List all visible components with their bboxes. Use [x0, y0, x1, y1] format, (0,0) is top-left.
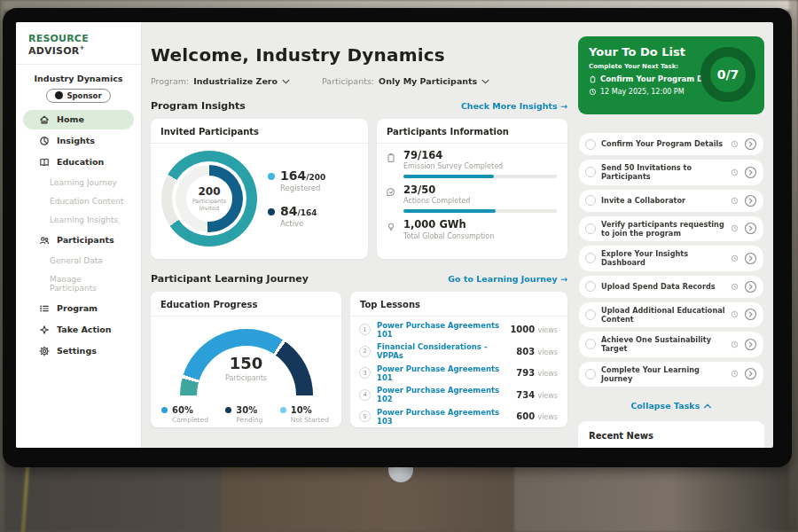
insights-card-row: Invited Participants 200 Participants In…	[151, 119, 578, 259]
gear-icon	[39, 346, 50, 356]
sidebar-item-participants[interactable]: Participants	[23, 231, 134, 250]
views-suffix: views	[537, 348, 558, 356]
task-row-upload-educational-content[interactable]: Upload Additional Educational Content	[578, 301, 764, 329]
sidebar-item-label: Insights	[57, 136, 95, 145]
task-checkbox[interactable]	[585, 369, 596, 379]
todo-due-label: 12 May 2025, 12:00 PM	[600, 88, 685, 96]
sidebar-item-label: General Data	[50, 256, 103, 265]
card-title: Invited Participants	[151, 119, 368, 144]
task-label: Invite a Collaborator	[601, 196, 725, 205]
task-checkbox[interactable]	[585, 253, 596, 263]
task-row-confirm-program[interactable]: Confirm Your Program Details	[578, 132, 764, 156]
sidebar-item-settings[interactable]: Settings	[23, 341, 134, 361]
legend-registered: 164/200 Registered	[268, 169, 325, 192]
task-checkbox[interactable]	[585, 339, 596, 349]
task-row-complete-learning-journey[interactable]: Complete Your Learning Journey	[578, 361, 764, 388]
sidebar-item-label: Take Action	[57, 325, 112, 334]
chevron-right-icon[interactable]	[744, 280, 757, 293]
legend-label: Active	[280, 219, 317, 228]
program-dropdown[interactable]: Program: Industrialize Zero	[151, 76, 290, 86]
lesson-link[interactable]: Power Purchase Agreements 102	[377, 386, 510, 403]
info-row-consumption: 1,000 GWh Total Global Consumption	[377, 213, 567, 239]
sidebar-item-general-data[interactable]: General Data	[23, 252, 134, 270]
sidebar-item-home[interactable]: Home	[23, 110, 134, 129]
clock-icon	[731, 340, 739, 348]
sidebar-item-manage-participants[interactable]: Manage Participants	[23, 270, 134, 297]
task-label: Complete Your Learning Journey	[601, 365, 725, 384]
task-row-upload-spend-data[interactable]: Upload Spend Data Records	[578, 275, 764, 299]
go-to-learning-journey-link[interactable]: Go to Learning Journey →	[448, 274, 567, 284]
sponsor-label: Sponsor	[66, 91, 101, 100]
info-value: 79/164	[403, 150, 557, 161]
chevron-down-icon	[282, 79, 290, 84]
recent-news-title: Recent News	[589, 431, 653, 441]
gauge-center-label: Participants	[180, 374, 313, 382]
chevron-right-icon[interactable]	[744, 338, 757, 351]
task-row-send-invitations[interactable]: Send 50 Invitations to Participants	[578, 159, 764, 186]
gauge-legend: 60%Completed 30%Pending 10%Not Started	[151, 398, 341, 424]
task-checkbox[interactable]	[585, 167, 596, 177]
sidebar-item-education-content[interactable]: Education Content	[23, 192, 134, 210]
task-checkbox[interactable]	[585, 195, 596, 206]
chevron-right-icon[interactable]	[744, 308, 757, 321]
sidebar-item-learning-journey[interactable]: Learning Journey	[23, 174, 134, 192]
learning-card-row: Education Progress 150 Participants 60%C…	[151, 292, 578, 427]
sidebar-item-take-action[interactable]: Take Action	[23, 320, 134, 340]
legend-pending: 30%Pending	[225, 405, 262, 424]
task-label: Verify participants requesting to join t…	[601, 220, 725, 239]
task-list: Confirm Your Program Details Send 50 Inv…	[578, 132, 764, 390]
todo-summary-card: Your To Do List Complete Your Next Task:…	[578, 36, 764, 114]
program-label: Program:	[151, 76, 189, 86]
lesson-link[interactable]: Financial Considerations - VPPAs	[377, 342, 510, 360]
lesson-rank: 1	[359, 324, 371, 335]
participants-dropdown[interactable]: Participants: Only My Participants	[322, 76, 489, 86]
chevron-right-icon[interactable]	[744, 252, 757, 265]
legend-value-sub: /200	[306, 173, 325, 182]
task-row-achieve-sustainability-target[interactable]: Achieve One Sustainability Target	[578, 331, 764, 358]
chevron-right-icon[interactable]	[744, 166, 757, 179]
progress-track	[403, 175, 557, 178]
task-checkbox[interactable]	[585, 281, 596, 292]
lesson-link[interactable]: Power Purchase Agreements 101	[377, 364, 510, 382]
lesson-link[interactable]: Power Purchase Agreements 101	[377, 321, 504, 339]
check-more-insights-link[interactable]: Check More Insights →	[461, 101, 567, 111]
progress-fill	[403, 209, 496, 213]
insights-icon	[39, 136, 50, 146]
sidebar-item-label: Education Content	[50, 197, 123, 206]
task-checkbox[interactable]	[585, 223, 596, 234]
sidebar-item-insights[interactable]: Insights	[23, 131, 134, 151]
info-value: 23/50	[403, 184, 557, 196]
task-row-verify-participants[interactable]: Verify participants requesting to join t…	[578, 215, 764, 243]
chevron-right-icon[interactable]	[744, 222, 757, 235]
task-label: Confirm Your Program Details	[601, 139, 725, 148]
lesson-link[interactable]: Power Purchase Agreements 103	[377, 408, 510, 426]
sidebar-item-label: Manage Participants	[50, 275, 125, 293]
chevron-right-icon[interactable]	[744, 367, 757, 380]
sidebar-item-learning-insights[interactable]: Learning Insights	[23, 211, 134, 229]
task-checkbox[interactable]	[585, 139, 596, 150]
invited-chart-body: 200 Participants Invited 164/200 Registe…	[151, 144, 368, 246]
people-icon	[39, 235, 50, 246]
task-label: Send 50 Invitations to Participants	[601, 163, 725, 182]
gauge-center: 150 Participants	[180, 356, 313, 382]
task-row-invite-collaborator[interactable]: Invite a Collaborator	[578, 189, 764, 213]
brand-primary: RESOURCE	[28, 33, 89, 44]
background-desk-right	[514, 459, 798, 532]
task-row-explore-insights[interactable]: Explore Your Insights Dashboard	[578, 245, 764, 272]
app-logo: RESOURCE ADVISOR+	[16, 22, 141, 65]
legend-value: 84	[280, 204, 297, 218]
legend-value-sub: /164	[297, 208, 317, 217]
sidebar-item-label: Learning Insights	[50, 215, 118, 224]
collapse-tasks-link[interactable]: Collapse Tasks	[578, 401, 764, 411]
task-checkbox[interactable]	[585, 309, 596, 320]
chevron-right-icon[interactable]	[744, 194, 757, 207]
actions-icon	[386, 187, 396, 198]
arrow-right-icon: →	[560, 101, 567, 111]
clock-icon	[731, 197, 739, 205]
chevron-right-icon[interactable]	[744, 137, 757, 151]
link-label: Go to Learning Journey	[448, 274, 557, 284]
sidebar-item-education[interactable]: Education	[23, 153, 134, 172]
dashboard-screen: RESOURCE ADVISOR+ Industry Dynamics Spon…	[16, 22, 773, 448]
home-icon	[39, 114, 50, 125]
sidebar-item-program[interactable]: Program	[23, 299, 134, 318]
